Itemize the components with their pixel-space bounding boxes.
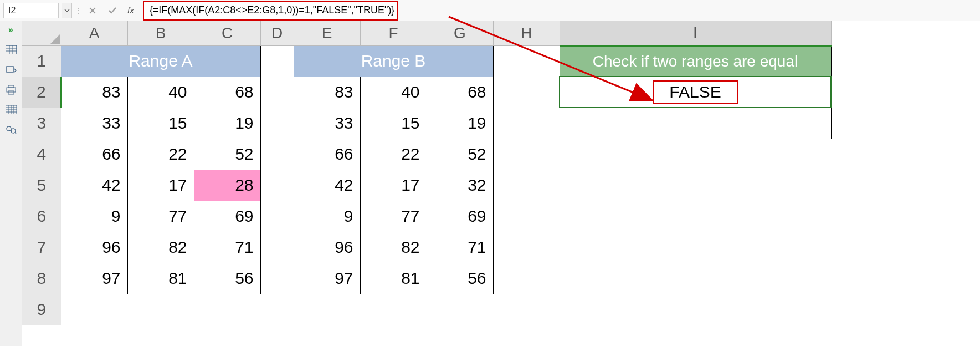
cell-D6[interactable] (260, 201, 294, 232)
cell-H9[interactable] (493, 294, 560, 325)
cell-A3[interactable]: 33 (61, 108, 127, 139)
expand-toggle-icon[interactable]: » (4, 24, 18, 35)
column-header-F[interactable]: F (360, 21, 427, 45)
cell-A7[interactable]: 96 (61, 232, 127, 263)
cell-D8[interactable] (260, 263, 294, 294)
range-b-header[interactable]: Range B (294, 45, 493, 77)
fx-label[interactable]: fx (124, 6, 137, 15)
column-header-E[interactable]: E (294, 21, 360, 45)
cell-E7[interactable]: 96 (294, 232, 360, 263)
cell-E5[interactable]: 42 (294, 170, 360, 201)
cell-G5[interactable]: 32 (427, 170, 493, 201)
cell-B8[interactable]: 81 (127, 263, 194, 294)
cell-I6[interactable] (560, 201, 831, 232)
cell-I4[interactable] (560, 139, 831, 170)
insert-icon[interactable] (4, 64, 18, 75)
name-box-dropdown[interactable] (62, 3, 72, 18)
cell-I9[interactable] (560, 294, 831, 325)
cell-F5[interactable]: 17 (360, 170, 427, 201)
row-header-2[interactable]: 2 (22, 77, 61, 108)
formula-input[interactable]: {=IF(MAX(IF(A2:C8<>E2:G8,1,0))=1,"FALSE"… (143, 1, 398, 21)
cell-E9[interactable] (294, 294, 360, 325)
cancel-button[interactable] (84, 3, 101, 18)
row-header-6[interactable]: 6 (22, 201, 61, 232)
cell-H7[interactable] (493, 232, 560, 263)
cell-A4[interactable]: 66 (61, 139, 127, 170)
cell-D4[interactable] (260, 139, 294, 170)
cell-F6[interactable]: 77 (360, 201, 427, 232)
cell-C7[interactable]: 71 (194, 232, 260, 263)
cell-C4[interactable]: 52 (194, 139, 260, 170)
cell-G8[interactable]: 56 (427, 263, 493, 294)
cell-I3[interactable] (560, 108, 831, 139)
cell-I7[interactable] (560, 232, 831, 263)
cell-D3[interactable] (260, 108, 294, 139)
cell-D7[interactable] (260, 232, 294, 263)
find-icon[interactable] (4, 124, 18, 135)
cell-C5[interactable]: 28 (194, 170, 260, 201)
cell-H4[interactable] (493, 139, 560, 170)
cell-E6[interactable]: 9 (294, 201, 360, 232)
cell-E4[interactable]: 66 (294, 139, 360, 170)
cell-B4[interactable]: 22 (127, 139, 194, 170)
cell-B6[interactable]: 77 (127, 201, 194, 232)
column-header-B[interactable]: B (127, 21, 194, 45)
cell-A6[interactable]: 9 (61, 201, 127, 232)
cell-C6[interactable]: 69 (194, 201, 260, 232)
cell-D1[interactable] (260, 45, 294, 77)
result-cell[interactable]: FALSE (560, 77, 831, 108)
cell-F3[interactable]: 15 (360, 108, 427, 139)
cell-C8[interactable]: 56 (194, 263, 260, 294)
name-box[interactable]: I2 (3, 3, 59, 18)
cell-F7[interactable]: 82 (360, 232, 427, 263)
column-header-D[interactable]: D (260, 21, 294, 45)
cell-F2[interactable]: 40 (360, 77, 427, 108)
cell-D5[interactable] (260, 170, 294, 201)
cell-B9[interactable] (127, 294, 194, 325)
print-icon[interactable] (4, 84, 18, 95)
cell-A9[interactable] (61, 294, 127, 325)
cell-G7[interactable]: 71 (427, 232, 493, 263)
table-icon[interactable] (4, 44, 18, 55)
column-header-C[interactable]: C (194, 21, 260, 45)
cell-G2[interactable]: 68 (427, 77, 493, 108)
cell-C2[interactable]: 68 (194, 77, 260, 108)
cell-A5[interactable]: 42 (61, 170, 127, 201)
column-header-G[interactable]: G (427, 21, 493, 45)
cell-G3[interactable]: 19 (427, 108, 493, 139)
row-header-7[interactable]: 7 (22, 232, 61, 263)
cell-G6[interactable]: 69 (427, 201, 493, 232)
cell-H3[interactable] (493, 108, 560, 139)
row-header-8[interactable]: 8 (22, 263, 61, 294)
cell-H1[interactable] (493, 45, 560, 77)
cell-H5[interactable] (493, 170, 560, 201)
accept-button[interactable] (104, 3, 121, 18)
cell-A8[interactable]: 97 (61, 263, 127, 294)
cell-C9[interactable] (194, 294, 260, 325)
cell-E8[interactable]: 97 (294, 263, 360, 294)
check-header[interactable]: Check if two ranges are equal (560, 45, 831, 77)
cell-B7[interactable]: 82 (127, 232, 194, 263)
cell-I8[interactable] (560, 263, 831, 294)
cell-G4[interactable]: 52 (427, 139, 493, 170)
cell-F9[interactable] (360, 294, 427, 325)
row-header-3[interactable]: 3 (22, 108, 61, 139)
cell-H6[interactable] (493, 201, 560, 232)
cell-A2[interactable]: 83 (61, 77, 127, 108)
spreadsheet-grid[interactable]: ABCDEFGHI1Range ARange BCheck if two ran… (22, 21, 980, 346)
cell-D9[interactable] (260, 294, 294, 325)
row-header-5[interactable]: 5 (22, 170, 61, 201)
column-header-H[interactable]: H (493, 21, 560, 45)
column-header-A[interactable]: A (61, 21, 127, 45)
cell-B3[interactable]: 15 (127, 108, 194, 139)
select-all-corner[interactable] (22, 21, 61, 45)
cell-E3[interactable]: 33 (294, 108, 360, 139)
cell-H2[interactable] (493, 77, 560, 108)
cell-B2[interactable]: 40 (127, 77, 194, 108)
cell-C3[interactable]: 19 (194, 108, 260, 139)
cell-D2[interactable] (260, 77, 294, 108)
range-a-header[interactable]: Range A (61, 45, 260, 77)
cell-F8[interactable]: 81 (360, 263, 427, 294)
column-header-I[interactable]: I (560, 21, 831, 45)
cell-G9[interactable] (427, 294, 493, 325)
